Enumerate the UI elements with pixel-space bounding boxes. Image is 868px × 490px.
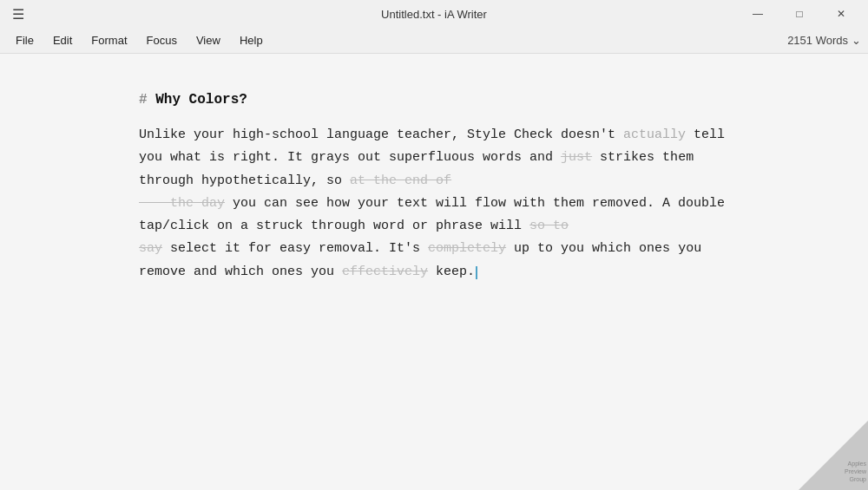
word-count-label: 2151 Words [787,34,848,47]
close-button[interactable]: ✕ [821,0,861,28]
menu-focus[interactable]: Focus [138,30,186,50]
struck-effectively: effectively [342,265,428,279]
document-paragraph: Unlike your high-school language teacher… [139,124,729,284]
maximize-button[interactable]: □ [779,0,819,28]
chevron-down-icon: ⌄ [852,34,861,47]
status-area: 2151 Words ⌄ [787,34,861,47]
struck-completely: completely [428,241,506,256]
document-heading: # Why Colors? [139,88,729,112]
struck-just: just [561,150,592,165]
watermark-text: Apples Preview Group [845,460,866,483]
struck-at-end: at the end of the day [139,173,451,211]
menu-file[interactable]: File [7,30,43,50]
watermark: Apples Preview Group [799,421,868,490]
heading-hash: # [139,92,148,108]
title-bar: ☰ Untitled.txt - iA Writer — □ ✕ [0,0,868,28]
struck-say: say [139,241,162,256]
text-cursor [476,266,477,279]
struck-so-to-say: so to [529,219,569,233]
title-bar-left: ☰ [7,3,30,26]
menu-bar: File Edit Format Focus View Help 2151 Wo… [0,28,868,54]
menu-format[interactable]: Format [82,30,135,50]
document[interactable]: # Why Colors? Unlike your high-school la… [139,88,729,455]
word-count[interactable]: 2151 Words ⌄ [787,34,861,47]
menu-view[interactable]: View [187,30,229,50]
content-area: # Why Colors? Unlike your high-school la… [0,54,868,490]
window-controls: — □ ✕ [738,0,861,28]
minimize-button[interactable]: — [738,0,778,28]
window-title: Untitled.txt - iA Writer [381,8,487,21]
menu-edit[interactable]: Edit [44,30,81,50]
hamburger-icon[interactable]: ☰ [7,3,30,26]
menu-help[interactable]: Help [231,30,272,50]
grayed-actually: actually [623,127,686,142]
heading-text: Why Colors? [148,92,247,108]
menu-items: File Edit Format Focus View Help [7,30,787,50]
